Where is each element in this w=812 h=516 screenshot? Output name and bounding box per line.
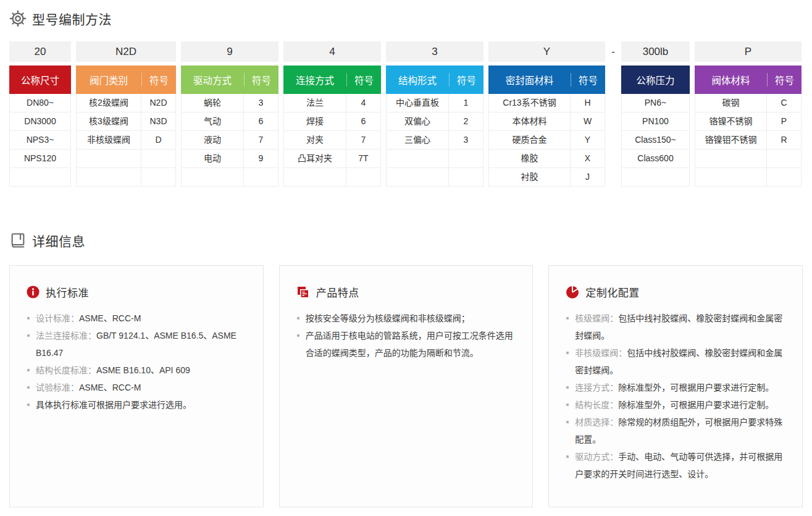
table-row: 电动9 bbox=[182, 150, 278, 168]
list-item: 结构长度标准：ASME B16.10、API 609 bbox=[27, 362, 246, 379]
code-cell: P bbox=[695, 41, 802, 62]
model-code-table: 20 公称尺寸 DN80~ DN3000 NPS3~ NPS120 N2D 阀门… bbox=[9, 41, 803, 187]
list-item: 连接方式：除标准型外，可根据用户要求进行定制。 bbox=[566, 379, 785, 396]
table-row-empty bbox=[695, 168, 801, 187]
table-row-empty bbox=[387, 168, 483, 187]
bullet-list: 按核安全等级分为核级蝶阀和非核级蝶阀； 产品适用于核电站的管路系统，用户可按工况… bbox=[296, 310, 516, 362]
table-row: NPS120 bbox=[10, 150, 70, 168]
column-connection-mode: 4 连接方式 符号 法兰4 焊接6 对夹7 凸耳对夹7T bbox=[283, 41, 381, 187]
table-row-empty bbox=[387, 150, 483, 168]
code-separator-dash: - bbox=[610, 41, 616, 62]
table-row: 气动6 bbox=[182, 112, 278, 131]
bullet-list: 核级蝶阀：包括中线衬胶蝶阀、橡胶密封蝶阀和金属密封蝶阀。 非核级蝶阀：包括中线衬… bbox=[566, 310, 785, 483]
code-cell: 3 bbox=[386, 41, 483, 62]
code-cell: Y bbox=[488, 41, 605, 62]
table-row: 本体材料W bbox=[489, 112, 605, 131]
table-row: 法兰4 bbox=[284, 94, 380, 112]
column-header: 结构形式 符号 bbox=[386, 66, 483, 94]
book-icon bbox=[9, 232, 27, 249]
card-customization: 定制化配置 核级蝶阀：包括中线衬胶蝶阀、橡胶密封蝶阀和金属密封蝶阀。 非核级蝶阀… bbox=[548, 265, 803, 507]
list-item: 按核安全等级分为核级蝶阀和非核级蝶阀； bbox=[296, 310, 516, 327]
table-row: DN80~ bbox=[10, 94, 70, 112]
table-row: 蜗轮3 bbox=[182, 94, 278, 112]
card-title: 产品特点 bbox=[316, 284, 359, 300]
pie-chart-icon bbox=[566, 285, 579, 299]
table-row-empty bbox=[284, 168, 380, 187]
list-item: 法兰连接标准：GB/T 9124.1、ASME B16.5、ASME B16.4… bbox=[27, 327, 246, 362]
table-row: 对夹7 bbox=[284, 131, 380, 150]
table-row: PN100 bbox=[622, 112, 689, 131]
table-row-empty bbox=[10, 168, 70, 187]
column-valve-category: N2D 阀门类别 符号 核2级蝶阀N2D 核3级蝶阀N3D 非核级蝶阀D bbox=[76, 41, 176, 187]
table-row: Class150~ bbox=[622, 131, 689, 150]
column-header: 阀门类别 符号 bbox=[76, 66, 176, 94]
list-item: 产品适用于核电站的管路系统，用户可按工况条件选用合适的蝶阀类型，产品的功能为隔断… bbox=[296, 327, 516, 362]
list-item: 核级蝶阀：包括中线衬胶蝶阀、橡胶密封蝶阀和金属密封蝶阀。 bbox=[566, 310, 785, 344]
table-row: 焊接6 bbox=[284, 112, 380, 131]
column-nominal-pressure: 300lb 公称压力 PN6~ PN100 Class150~ Class600 bbox=[621, 41, 690, 187]
details-section: 详细信息 执行标准 设计标准：ASME、RCC-M 法兰连接标准：GB/T 91… bbox=[9, 231, 803, 507]
list-item: 结构长度：除标准型外，可根据用户要求进行定制。 bbox=[566, 396, 785, 413]
table-row: 碳钢C bbox=[695, 94, 801, 112]
column-structure-type: 3 结构形式 符号 中心垂直板1 双偏心2 三偏心3 bbox=[386, 41, 483, 187]
code-cell: N2D bbox=[76, 41, 176, 62]
column-body-material: P 阀体材料 符号 碳钢C 铬镍不锈钢P 铬镍钼不锈钢R bbox=[695, 41, 802, 187]
table-row: 双偏心2 bbox=[387, 112, 483, 131]
table-row: 三偏心3 bbox=[387, 131, 483, 150]
code-cell: 4 bbox=[283, 41, 381, 62]
column-seal-face-material: Y 密封面材料 符号 Cr13系不锈钢H 本体材料W 硬质合金Y 橡胶X 衬胶J bbox=[488, 41, 605, 187]
bullet-list: 设计标准：ASME、RCC-M 法兰连接标准：GB/T 9124.1、ASME … bbox=[27, 310, 246, 413]
table-row: 衬胶J bbox=[489, 168, 605, 187]
table-row: 核2级蝶阀N2D bbox=[77, 94, 175, 112]
column-header: 驱动方式 符号 bbox=[181, 66, 278, 94]
table-row: 中心垂直板1 bbox=[387, 94, 483, 112]
card-features: 产品特点 按核安全等级分为核级蝶阀和非核级蝶阀； 产品适用于核电站的管路系统，用… bbox=[279, 265, 534, 507]
table-row: 橡胶X bbox=[489, 150, 605, 168]
list-item: 试验标准：ASME、RCC-M bbox=[27, 379, 246, 396]
list-item: 具体执行标准可根据用户要求进行选用。 bbox=[27, 396, 246, 413]
table-row-empty bbox=[622, 168, 689, 187]
table-row: Class600 bbox=[622, 150, 689, 168]
card-title: 定制化配置 bbox=[585, 284, 640, 300]
card-title-row: 定制化配置 bbox=[566, 284, 785, 300]
table-row-empty bbox=[77, 150, 175, 168]
model-section-title: 型号编制方法 bbox=[32, 9, 112, 28]
details-section-title: 详细信息 bbox=[32, 231, 85, 250]
column-nominal-size: 20 公称尺寸 DN80~ DN3000 NPS3~ NPS120 bbox=[9, 41, 71, 187]
card-title-row: 执行标准 bbox=[27, 284, 246, 300]
card-standards: 执行标准 设计标准：ASME、RCC-M 法兰连接标准：GB/T 9124.1、… bbox=[9, 265, 264, 507]
table-row: 液动7 bbox=[182, 131, 278, 150]
documents-icon bbox=[296, 285, 310, 299]
card-title-row: 产品特点 bbox=[296, 284, 516, 300]
table-row: 铬镍不锈钢P bbox=[695, 112, 801, 131]
list-item: 非核级蝶阀：包括中线衬胶蝶阀、橡胶密封蝶阀和金属密封蝶阀。 bbox=[566, 344, 785, 379]
table-row: NPS3~ bbox=[10, 131, 70, 150]
gear-icon bbox=[9, 10, 27, 27]
table-row: 铬镍钼不锈钢R bbox=[695, 131, 801, 150]
column-header: 连接方式 符号 bbox=[283, 66, 381, 94]
list-item: 设计标准：ASME、RCC-M bbox=[27, 310, 246, 327]
table-row: 非核级蝶阀D bbox=[77, 131, 175, 150]
list-item: 材质选择：除常规的材质组配外，可根据用户要求特殊配置。 bbox=[566, 413, 785, 448]
list-item: 驱动方式：手动、电动、气动等可供选择，并可根据用户要求的开关时间进行选型、设计。 bbox=[566, 448, 785, 483]
table-row-empty bbox=[695, 150, 801, 168]
table-row-empty bbox=[182, 168, 278, 187]
column-header: 阀体材料 符号 bbox=[695, 66, 802, 94]
code-cell: 20 bbox=[9, 41, 71, 62]
code-cell: 300lb bbox=[621, 41, 690, 62]
column-header: 密封面材料 符号 bbox=[488, 66, 605, 94]
table-row-empty bbox=[77, 168, 175, 187]
details-cards: 执行标准 设计标准：ASME、RCC-M 法兰连接标准：GB/T 9124.1、… bbox=[9, 265, 803, 507]
table-row: PN6~ bbox=[622, 94, 689, 112]
table-row: 凸耳对夹7T bbox=[284, 150, 380, 168]
table-row: 硬质合金Y bbox=[489, 131, 605, 150]
column-header: 公称尺寸 bbox=[9, 66, 71, 94]
info-circle-icon bbox=[27, 285, 40, 298]
code-cell: 9 bbox=[181, 41, 278, 62]
table-row: 核3级蝶阀N3D bbox=[77, 112, 175, 131]
card-title: 执行标准 bbox=[46, 284, 89, 300]
column-header: 公称压力 bbox=[621, 66, 690, 94]
table-row: Cr13系不锈钢H bbox=[489, 94, 605, 112]
table-row: DN3000 bbox=[10, 112, 70, 131]
model-section-header: 型号编制方法 bbox=[9, 9, 803, 28]
